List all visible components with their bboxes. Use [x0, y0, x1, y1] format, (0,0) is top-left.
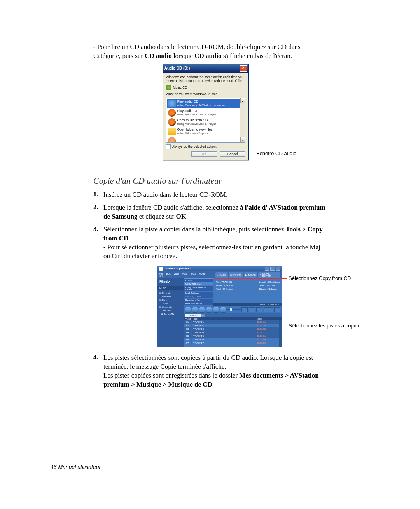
menu-item[interactable]: Tools	[190, 272, 196, 275]
tab-photo[interactable]: ▤ PHOTO	[229, 272, 243, 278]
step-1: Insérez un CD audio dans le lecteur CD-R…	[103, 191, 327, 199]
dialog-message: Windows can perform the same action each…	[166, 75, 245, 83]
list-item[interactable]: Open folder to view filesusing Windows E…	[167, 127, 244, 136]
step-number: 1.	[93, 191, 103, 199]
folder-icon	[168, 128, 176, 135]
menu-item[interactable]: File	[159, 272, 163, 275]
menu-item[interactable]: Register a file	[184, 299, 213, 302]
menu-bar[interactable]: File Edit View Play Tools Mode Help ♪ MU…	[158, 271, 282, 278]
scroll-down-icon[interactable]: ▾	[240, 137, 245, 142]
tree-item[interactable]: Genre	[159, 302, 182, 306]
avstation-window: AVStation premium File Edit View Play T	[157, 266, 282, 347]
tree-item[interactable]: My playlist	[159, 306, 182, 309]
table-row: 04TRACK0400:00:57	[184, 331, 282, 334]
dialog-title: Audio CD (D:)	[164, 66, 190, 70]
music-cd-icon	[166, 85, 172, 90]
scroll-up-icon[interactable]: ▴	[240, 98, 245, 103]
step-2: Lorsque la fenêtre CD audio s'affiche, s…	[103, 203, 327, 221]
dialog-titlebar: Audio CD (D:) ×	[163, 64, 248, 73]
close-icon[interactable]	[276, 267, 280, 271]
checkbox-icon[interactable]	[166, 144, 171, 149]
close-icon[interactable]: ×	[240, 65, 247, 72]
cancel-button[interactable]: Cancel	[220, 151, 245, 157]
tree-item[interactable]: Musician	[159, 295, 182, 299]
list-item[interactable]: Play audio CDusing Samsung AVStation pre…	[167, 99, 244, 108]
page-footer: 46 Manuel utilisateur	[51, 464, 101, 470]
ok-button[interactable]: OK	[191, 151, 217, 157]
wmp-icon	[168, 118, 176, 126]
settings-icon[interactable]	[274, 307, 280, 312]
prev-icon[interactable]	[192, 307, 198, 313]
tab-music[interactable]: ♪ MUSIC	[215, 272, 228, 278]
eject-icon[interactable]	[220, 307, 226, 313]
table-header: Music | TitleTime	[184, 317, 282, 320]
sidebar-heading: Music	[158, 278, 184, 286]
menu-item[interactable]: Edit	[166, 272, 170, 275]
menu-item[interactable]: Copy to an External Device...	[184, 286, 213, 292]
step-number: 2.	[93, 203, 103, 221]
scrollbar[interactable]	[279, 320, 282, 347]
action-listbox[interactable]: Play audio CDusing Samsung AVStation pre…	[166, 98, 245, 143]
menu-item-copy-from-cd[interactable]: Copy from CD...	[184, 282, 213, 286]
repeat-icon[interactable]	[242, 307, 248, 312]
menu-item: Send by E-mail...	[184, 295, 213, 299]
audio-cd-dialog: Audio CD (D:) × Windows can perform the …	[163, 64, 249, 160]
table-row: 01TRACK0100:01:11	[184, 320, 282, 324]
tools-context-menu[interactable]: Burn CD... Copy from CD... Copy to an Ex…	[184, 278, 214, 306]
play-icon[interactable]	[185, 307, 191, 313]
menu-item[interactable]: Mode	[199, 272, 205, 275]
annotation-copy-from-cd: Sélectionnez Copy from CD	[289, 275, 351, 281]
tree-item[interactable]: Album	[159, 299, 182, 302]
shuffle-icon[interactable]	[249, 307, 255, 312]
action-icon	[168, 137, 176, 143]
tree-item[interactable]: All music	[159, 292, 182, 295]
menu-item[interactable]: Burn CD...	[184, 279, 213, 282]
table-row: 07TRACK0700:00:59	[184, 341, 282, 345]
volume-slider[interactable]	[226, 309, 242, 310]
menu-item[interactable]: Initialize Library	[184, 302, 213, 306]
annotation-select-tracks: Sélectionnez les pistes à copier	[289, 323, 359, 329]
list-item[interactable]: Play audio CDusing Windows Media Player	[167, 108, 244, 117]
menu-item[interactable]: Mail Settings...	[184, 292, 213, 295]
category-tree[interactable]: All music Musician Album Genre My playli…	[158, 290, 184, 318]
scrollbar[interactable]: ▴ ▾	[240, 98, 245, 142]
track-table[interactable]: 01TRACK0100:01:11 02TRACK0200:01:19 03TR…	[184, 320, 282, 347]
table-row: 06TRACK0600:01:00	[184, 338, 282, 341]
maximize-icon[interactable]	[270, 267, 275, 271]
list-item[interactable]	[167, 136, 244, 143]
track-info: File : TRACK01 Album : Unknown Artist : …	[214, 278, 282, 303]
pause-icon[interactable]	[213, 307, 219, 313]
sidebar: Music Music All music Musician Album Gen…	[158, 278, 184, 347]
step-number: 4.	[93, 353, 103, 389]
step-3: Sélectionnez la piste à copier dans la b…	[103, 225, 327, 261]
step-number: 3.	[93, 225, 103, 261]
window-title: AVStation premium	[164, 267, 191, 270]
minimize-icon[interactable]	[265, 267, 270, 271]
time-display: 00:00:07 / 00:01:11	[214, 303, 282, 306]
drive-selector-row: D: Audio CD	[184, 313, 282, 317]
menu-item[interactable]: Help	[159, 275, 164, 278]
player-toolbar	[184, 306, 282, 313]
tree-item[interactable]: Audio CD	[161, 313, 182, 316]
list-item[interactable]: Copy music from CDusing Windows Media Pl…	[167, 117, 244, 127]
step-4: Les pistes sélectionnées sont copiées à …	[103, 353, 327, 389]
next-icon[interactable]	[206, 307, 212, 313]
intro-paragraph: - Pour lire un CD audio dans le lecteur …	[93, 43, 327, 61]
view-icon[interactable]	[264, 307, 273, 312]
tab-movie[interactable]: ▶ MOVIE	[244, 272, 257, 278]
tree-item[interactable]: CD/DVD	[159, 309, 182, 313]
sidebar-subheading: Music	[158, 286, 184, 290]
avstation-icon	[168, 100, 176, 107]
wmp-icon	[168, 109, 176, 117]
table-row: 03TRACK0300:01:02	[184, 327, 282, 331]
figure-caption: Fenêtre CD audio	[257, 150, 297, 156]
tab-movie-editor[interactable]: ✎ MOVIE EDITOR	[258, 272, 280, 278]
menu-item[interactable]: Play	[182, 272, 187, 275]
dialog-prompt: What do you want Windows to do?	[166, 92, 245, 96]
app-logo-icon	[159, 267, 163, 271]
drive-select[interactable]: D: Audio CD	[185, 314, 205, 317]
loop-icon[interactable]	[256, 307, 262, 312]
menu-item[interactable]: View	[173, 272, 179, 275]
always-checkbox[interactable]: Always do the selected action.	[166, 144, 245, 149]
stop-icon[interactable]	[199, 307, 205, 313]
